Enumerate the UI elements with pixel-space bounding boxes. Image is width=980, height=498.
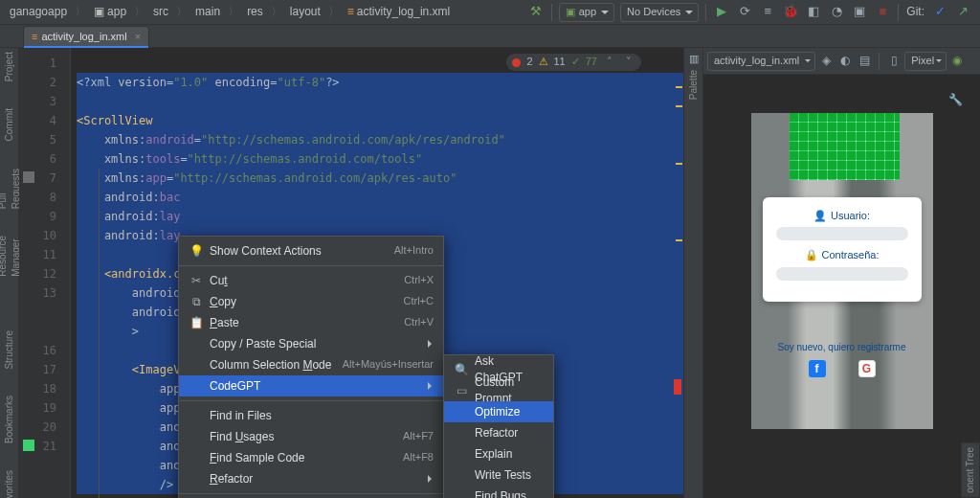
menu-item[interactable]: Copy / Paste Special (179, 333, 443, 354)
login-card: 👤Usuario: 🔒Contraseña: (763, 197, 922, 302)
debug-icon[interactable]: 🐞 (782, 4, 799, 21)
editor-tabs: ≡ activity_log_in.xml × (0, 25, 980, 48)
gutter: 12345678910111213161718192021 (19, 48, 71, 498)
rail-structure[interactable]: Structure (3, 330, 16, 370)
menu-item[interactable]: Find in Files (179, 405, 443, 426)
wrench-icon[interactable]: 🔧 (948, 92, 963, 108)
crumb-file[interactable]: ≡activity_log_in.xml (344, 2, 454, 22)
error-stripe (674, 48, 683, 498)
git-label: Git: (902, 2, 928, 22)
menu-item[interactable]: Column Selection ModeAlt+Mayús+Insertar (179, 354, 443, 375)
menu-item[interactable]: ▭Custom Prompt (444, 380, 553, 401)
menu-item[interactable]: 💡Show Context ActionsAlt+Intro (179, 240, 443, 261)
preview-grid (790, 113, 900, 180)
menu-item[interactable]: 📋PasteCtrl+V (179, 312, 443, 333)
crumb[interactable]: res (243, 2, 267, 22)
device-combo[interactable]: No Devices (620, 3, 699, 22)
close-icon[interactable]: × (135, 30, 141, 44)
menu-item[interactable]: Find Sample CodeAlt+F8 (179, 447, 443, 468)
git-update-icon[interactable]: ✓ (931, 4, 948, 21)
pass-input-preview (776, 267, 908, 281)
breadcrumb-bar: ganagoapp〉 ▣app〉 src〉 main〉 res〉 layout〉… (0, 0, 980, 25)
rail-favorites[interactable]: Favorites (3, 470, 16, 498)
rail-commit[interactable]: Commit (3, 108, 16, 141)
coverage-icon[interactable]: ◧ (805, 4, 822, 21)
git-push-icon[interactable]: ↗ (954, 4, 971, 21)
rail-bookmarks[interactable]: Bookmarks (3, 396, 16, 443)
design-surface-icon[interactable]: ◈ (817, 53, 835, 70)
device-type-combo[interactable]: Pixel (904, 52, 947, 71)
crumb[interactable]: src (149, 2, 172, 22)
hammer-icon[interactable]: ⚒ (527, 4, 545, 21)
run-icon[interactable]: ▶ (713, 4, 730, 21)
warning-icon: ⚠ (539, 55, 548, 69)
pass-label: Contraseña: (822, 248, 880, 262)
menu-item[interactable]: Write Tests (444, 464, 553, 486)
facebook-icon: f (809, 360, 826, 377)
night-mode-icon[interactable]: ▤ (856, 53, 873, 70)
crumb[interactable]: main (191, 2, 224, 22)
register-link: Soy nuevo, quiero registrarme (751, 341, 933, 354)
android-api-icon[interactable]: ◉ (948, 53, 966, 70)
app-inspect-icon[interactable]: ▣ (851, 4, 868, 21)
chevron-up-icon[interactable]: ˄ (607, 55, 612, 69)
crumb[interactable]: ganagoapp (6, 2, 71, 22)
user-icon: 👤 (813, 209, 827, 223)
device-icon[interactable]: ▯ (885, 53, 902, 70)
menu-item[interactable]: Find UsagesAlt+F7 (179, 426, 443, 447)
profile-icon[interactable]: ◔ (828, 4, 845, 21)
google-icon: G (858, 360, 876, 377)
user-input-preview (776, 227, 908, 240)
design-panel: activity_log_in.xml ◈ ◐ ▤ ▯ Pixel ◉ 🔧 👤U… (702, 48, 980, 498)
inspection-summary[interactable]: 2 ⚠11 ✓77 ˄ ˅ (506, 54, 641, 71)
error-icon (512, 58, 521, 67)
lock-icon: 🔒 (805, 248, 818, 262)
menu-item[interactable]: ✂CutCtrl+X (179, 270, 443, 291)
context-menu[interactable]: 💡Show Context ActionsAlt+Intro✂CutCtrl+X… (178, 236, 444, 498)
check-icon: ✓ (571, 55, 580, 69)
apply-code-icon[interactable]: ≡ (759, 4, 776, 21)
menu-item[interactable]: Refactor (444, 422, 553, 443)
palette-label: Palette (687, 70, 701, 100)
crumb[interactable]: ▣app (90, 2, 130, 22)
menu-item[interactable]: Find Bugs (444, 486, 553, 498)
tab-label: activity_log_in.xml (41, 30, 126, 44)
menu-item[interactable]: CodeGPT (179, 375, 443, 396)
menu-item[interactable]: Refactor (179, 468, 443, 489)
layout-preview[interactable]: 🔧 👤Usuario: 🔒Contraseña: Soy nuevo, quie… (703, 75, 980, 498)
crumb[interactable]: layout (286, 2, 324, 22)
user-label: Usuario: (831, 209, 870, 223)
rail-project[interactable]: Project (3, 52, 16, 81)
error-mark (674, 379, 681, 395)
chevron-down-icon[interactable]: ˅ (626, 55, 632, 69)
left-tool-rail: Project Commit Pull Requests Resource Ma… (0, 48, 19, 498)
menu-item[interactable]: ⧉CopyCtrl+C (179, 291, 443, 312)
component-tree-tab[interactable]: onent Tree (961, 442, 980, 498)
menu-item[interactable]: Explain (444, 443, 553, 464)
tab-file[interactable]: ≡ activity_log_in.xml × (23, 26, 149, 47)
stop-icon: ■ (874, 4, 891, 21)
design-file-combo[interactable]: activity_log_in.xml (707, 52, 815, 71)
palette-rail[interactable]: ▥ Palette (683, 48, 702, 498)
menu-item[interactable]: Optimize (444, 401, 553, 422)
codegpt-submenu[interactable]: 🔍Ask ChatGPT▭Custom PromptOptimizeRefact… (443, 354, 554, 498)
run-config-combo[interactable]: ▣app (559, 3, 614, 22)
apply-changes-icon[interactable]: ⟳ (736, 4, 753, 21)
orientation-icon[interactable]: ◐ (836, 53, 854, 70)
device-frame: 👤Usuario: 🔒Contraseña: Soy nuevo, quiero… (751, 113, 933, 429)
